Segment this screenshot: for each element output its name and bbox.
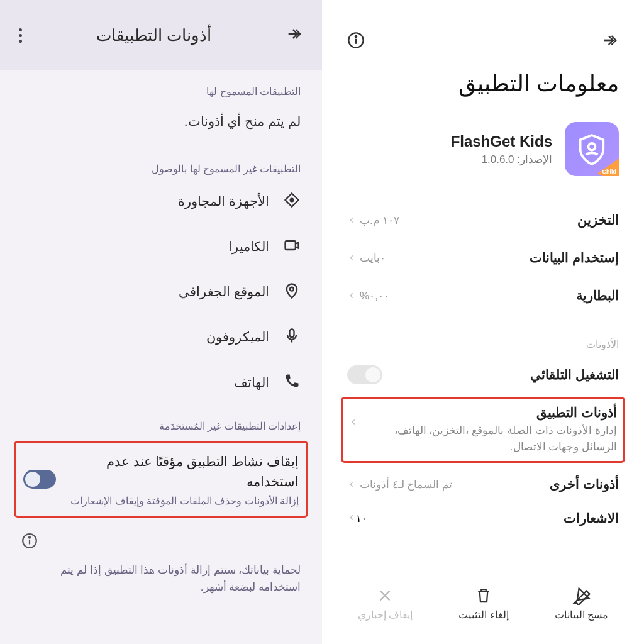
permissions-section-label: الأذونات xyxy=(322,314,644,357)
app-badge: Child xyxy=(602,169,617,175)
svg-rect-7 xyxy=(290,330,294,338)
autostart-row[interactable]: التشغيل التلقائي xyxy=(322,357,644,393)
data-usage-label: إستخدام البيانات xyxy=(530,250,619,265)
svg-point-2 xyxy=(355,36,357,37)
data-usage-row[interactable]: إستخدام البيانات ٠بايت xyxy=(322,239,644,277)
chevron-left-icon xyxy=(349,405,358,429)
pause-activity-title: إيقاف نشاط التطبيق مؤقتًا عند عدم استخدا… xyxy=(65,452,299,491)
other-permissions-value: تم السماح لـ٤ أذونات xyxy=(360,478,452,491)
storage-label: التخزين xyxy=(577,213,619,228)
clear-data-button[interactable]: مسح البيانات xyxy=(555,586,608,621)
page-title: أذونات التطبيقات xyxy=(96,26,211,45)
battery-row[interactable]: البطارية ٠,٠٠% xyxy=(322,277,644,314)
other-permissions-row[interactable]: أذونات أخرى تم السماح لـ٤ أذونات xyxy=(322,463,644,498)
svg-rect-5 xyxy=(286,241,296,250)
notifications-row[interactable]: الاشعارات ١٠ xyxy=(322,498,644,526)
privacy-footnote: لحماية بياناتك، ستتم إزالة أذونات هذا ال… xyxy=(0,558,322,614)
permission-label: الميكروفون xyxy=(206,330,269,345)
uninstall-button[interactable]: إلغاء التثبيت xyxy=(458,586,508,621)
svg-point-6 xyxy=(290,287,294,291)
other-permissions-label: أذونات أخرى xyxy=(550,477,619,492)
pause-activity-row[interactable]: إيقاف نشاط التطبيق مؤقتًا عند عدم استخدا… xyxy=(14,441,308,518)
storage-row[interactable]: التخزين ١٠٧ م.ب xyxy=(322,201,644,239)
data-usage-value: ٠بايت xyxy=(360,252,386,265)
force-stop-button: إيقاف إجباري xyxy=(358,586,413,621)
more-menu-icon[interactable] xyxy=(19,28,22,43)
app-permissions-row[interactable]: أذونات التطبيق إدارة الأذونات ذات الصلة … xyxy=(341,397,625,463)
pause-activity-desc: إزالة الأذونات وحذف الملفات المؤقتة وإيق… xyxy=(65,495,299,507)
header: أذونات التطبيقات xyxy=(0,0,322,70)
nearby-devices-icon xyxy=(283,191,301,211)
app-icon: Child xyxy=(565,122,619,176)
back-icon[interactable] xyxy=(286,25,303,45)
pause-activity-toggle[interactable] xyxy=(23,470,56,489)
page-title: معلومات التطبيق xyxy=(322,70,644,122)
permission-location[interactable]: الموقع الجغرافي xyxy=(0,269,322,314)
permission-label: الموقع الجغرافي xyxy=(179,284,269,299)
permission-camera[interactable]: الكاميرا xyxy=(0,224,322,269)
notifications-value: ١٠ xyxy=(356,513,367,524)
permission-microphone[interactable]: الميكروفون xyxy=(0,314,322,360)
phone-icon xyxy=(283,372,301,392)
header xyxy=(322,0,644,70)
microphone-icon xyxy=(283,327,301,347)
location-icon xyxy=(283,282,301,302)
storage-value: ١٠٧ م.ب xyxy=(360,214,399,227)
notifications-label: الاشعارات xyxy=(564,511,619,526)
back-icon[interactable] xyxy=(601,31,619,52)
unused-section-label: إعدادات التطبيقات غير المُستخدَمة xyxy=(0,405,322,436)
svg-point-10 xyxy=(29,537,30,538)
info-icon[interactable] xyxy=(21,533,38,552)
bottom-actions: مسح البيانات إلغاء التثبيت إيقاف إجباري xyxy=(322,575,644,644)
permission-nearby[interactable]: الأجهزة المجاورة xyxy=(0,179,322,224)
denied-section-label: التطبيقات غير المسموح لها بالوصول xyxy=(0,148,322,179)
no-permissions-text: لم يتم منح أي أذونات. xyxy=(0,101,322,148)
camera-icon xyxy=(283,236,301,257)
permission-label: الأجهزة المجاورة xyxy=(178,194,269,209)
permission-label: الكاميرا xyxy=(228,239,269,254)
autostart-toggle[interactable] xyxy=(347,365,382,384)
permission-label: الهاتف xyxy=(234,375,269,390)
app-version: الإصدار: 1.0.6.0 xyxy=(451,153,552,166)
app-permissions-title: أذونات التطبيق xyxy=(358,405,617,420)
force-stop-label: إيقاف إجباري xyxy=(358,609,413,621)
info-icon[interactable] xyxy=(347,31,365,52)
app-permissions-screen: أذونات التطبيقات التطبيقات المسموح لها ل… xyxy=(0,0,322,644)
app-permissions-desc: إدارة الأذونات ذات الصلة بالموقع ،التخزي… xyxy=(358,423,617,455)
app-header: Child FlashGet Kids الإصدار: 1.0.6.0 xyxy=(322,122,644,201)
app-name: FlashGet Kids xyxy=(451,133,552,150)
svg-point-3 xyxy=(589,143,596,150)
allowed-section-label: التطبيقات المسموح لها xyxy=(0,70,322,101)
svg-point-4 xyxy=(291,199,294,202)
app-info-screen: معلومات التطبيق Child FlashGet Kids الإص… xyxy=(322,0,644,644)
battery-label: البطارية xyxy=(576,288,619,303)
permission-phone[interactable]: الهاتف xyxy=(0,360,322,405)
uninstall-label: إلغاء التثبيت xyxy=(458,609,508,621)
clear-data-label: مسح البيانات xyxy=(555,609,608,621)
battery-value: ٠,٠٠% xyxy=(360,289,389,303)
autostart-label: التشغيل التلقائي xyxy=(530,367,619,382)
